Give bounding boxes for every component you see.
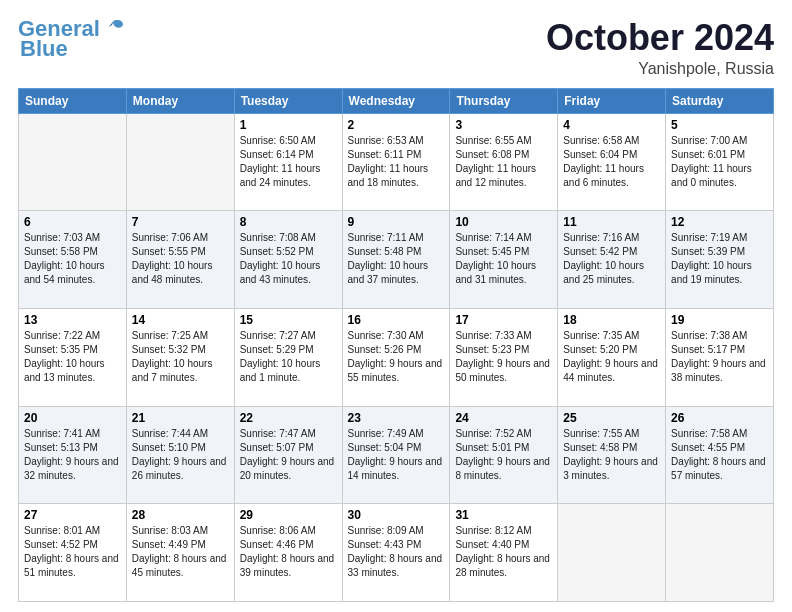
day-detail: Sunrise: 6:53 AM Sunset: 6:11 PM Dayligh… [348,134,445,190]
day-number: 12 [671,215,768,229]
calendar-cell: 10Sunrise: 7:14 AM Sunset: 5:45 PM Dayli… [450,211,558,309]
day-number: 4 [563,118,660,132]
day-detail: Sunrise: 7:44 AM Sunset: 5:10 PM Dayligh… [132,427,229,483]
month-title: October 2024 [546,18,774,58]
calendar-cell: 20Sunrise: 7:41 AM Sunset: 5:13 PM Dayli… [19,406,127,504]
day-detail: Sunrise: 8:01 AM Sunset: 4:52 PM Dayligh… [24,524,121,580]
day-detail: Sunrise: 7:11 AM Sunset: 5:48 PM Dayligh… [348,231,445,287]
day-number: 10 [455,215,552,229]
calendar-cell: 12Sunrise: 7:19 AM Sunset: 5:39 PM Dayli… [666,211,774,309]
calendar-cell [19,113,127,211]
calendar-cell: 18Sunrise: 7:35 AM Sunset: 5:20 PM Dayli… [558,308,666,406]
weekday-header-saturday: Saturday [666,88,774,113]
calendar-cell: 27Sunrise: 8:01 AM Sunset: 4:52 PM Dayli… [19,504,127,602]
day-number: 18 [563,313,660,327]
calendar-cell: 5Sunrise: 7:00 AM Sunset: 6:01 PM Daylig… [666,113,774,211]
day-number: 11 [563,215,660,229]
day-number: 26 [671,411,768,425]
day-detail: Sunrise: 6:58 AM Sunset: 6:04 PM Dayligh… [563,134,660,190]
calendar-cell: 25Sunrise: 7:55 AM Sunset: 4:58 PM Dayli… [558,406,666,504]
calendar-cell: 23Sunrise: 7:49 AM Sunset: 5:04 PM Dayli… [342,406,450,504]
calendar-cell: 14Sunrise: 7:25 AM Sunset: 5:32 PM Dayli… [126,308,234,406]
calendar-cell: 28Sunrise: 8:03 AM Sunset: 4:49 PM Dayli… [126,504,234,602]
day-detail: Sunrise: 7:49 AM Sunset: 5:04 PM Dayligh… [348,427,445,483]
calendar-cell: 1Sunrise: 6:50 AM Sunset: 6:14 PM Daylig… [234,113,342,211]
day-number: 15 [240,313,337,327]
day-detail: Sunrise: 7:06 AM Sunset: 5:55 PM Dayligh… [132,231,229,287]
day-detail: Sunrise: 7:58 AM Sunset: 4:55 PM Dayligh… [671,427,768,483]
calendar-cell: 9Sunrise: 7:11 AM Sunset: 5:48 PM Daylig… [342,211,450,309]
day-number: 8 [240,215,337,229]
calendar-week-row: 27Sunrise: 8:01 AM Sunset: 4:52 PM Dayli… [19,504,774,602]
calendar-cell: 22Sunrise: 7:47 AM Sunset: 5:07 PM Dayli… [234,406,342,504]
calendar-cell: 2Sunrise: 6:53 AM Sunset: 6:11 PM Daylig… [342,113,450,211]
day-number: 13 [24,313,121,327]
day-number: 25 [563,411,660,425]
title-block: October 2024 Yanishpole, Russia [546,18,774,78]
day-detail: Sunrise: 7:22 AM Sunset: 5:35 PM Dayligh… [24,329,121,385]
day-number: 6 [24,215,121,229]
day-number: 5 [671,118,768,132]
day-detail: Sunrise: 7:52 AM Sunset: 5:01 PM Dayligh… [455,427,552,483]
calendar-cell: 16Sunrise: 7:30 AM Sunset: 5:26 PM Dayli… [342,308,450,406]
calendar-cell: 26Sunrise: 7:58 AM Sunset: 4:55 PM Dayli… [666,406,774,504]
calendar-cell: 17Sunrise: 7:33 AM Sunset: 5:23 PM Dayli… [450,308,558,406]
day-detail: Sunrise: 8:03 AM Sunset: 4:49 PM Dayligh… [132,524,229,580]
day-number: 24 [455,411,552,425]
day-detail: Sunrise: 8:06 AM Sunset: 4:46 PM Dayligh… [240,524,337,580]
day-number: 29 [240,508,337,522]
day-detail: Sunrise: 6:55 AM Sunset: 6:08 PM Dayligh… [455,134,552,190]
calendar-week-row: 20Sunrise: 7:41 AM Sunset: 5:13 PM Dayli… [19,406,774,504]
calendar-page: General Blue October 2024 Yanishpole, Ru… [0,0,792,612]
calendar-week-row: 13Sunrise: 7:22 AM Sunset: 5:35 PM Dayli… [19,308,774,406]
page-header: General Blue October 2024 Yanishpole, Ru… [18,18,774,78]
calendar-week-row: 1Sunrise: 6:50 AM Sunset: 6:14 PM Daylig… [19,113,774,211]
weekday-header-wednesday: Wednesday [342,88,450,113]
day-detail: Sunrise: 7:25 AM Sunset: 5:32 PM Dayligh… [132,329,229,385]
calendar-cell: 13Sunrise: 7:22 AM Sunset: 5:35 PM Dayli… [19,308,127,406]
day-number: 9 [348,215,445,229]
day-number: 22 [240,411,337,425]
day-detail: Sunrise: 7:33 AM Sunset: 5:23 PM Dayligh… [455,329,552,385]
calendar-cell: 31Sunrise: 8:12 AM Sunset: 4:40 PM Dayli… [450,504,558,602]
calendar-cell: 29Sunrise: 8:06 AM Sunset: 4:46 PM Dayli… [234,504,342,602]
day-number: 1 [240,118,337,132]
calendar-table: SundayMondayTuesdayWednesdayThursdayFrid… [18,88,774,602]
calendar-cell: 24Sunrise: 7:52 AM Sunset: 5:01 PM Dayli… [450,406,558,504]
weekday-header-row: SundayMondayTuesdayWednesdayThursdayFrid… [19,88,774,113]
day-detail: Sunrise: 7:27 AM Sunset: 5:29 PM Dayligh… [240,329,337,385]
day-detail: Sunrise: 7:38 AM Sunset: 5:17 PM Dayligh… [671,329,768,385]
calendar-cell [666,504,774,602]
day-number: 31 [455,508,552,522]
calendar-cell: 19Sunrise: 7:38 AM Sunset: 5:17 PM Dayli… [666,308,774,406]
day-number: 27 [24,508,121,522]
day-number: 21 [132,411,229,425]
day-detail: Sunrise: 7:03 AM Sunset: 5:58 PM Dayligh… [24,231,121,287]
day-number: 3 [455,118,552,132]
day-number: 30 [348,508,445,522]
day-number: 14 [132,313,229,327]
day-number: 20 [24,411,121,425]
day-detail: Sunrise: 7:47 AM Sunset: 5:07 PM Dayligh… [240,427,337,483]
calendar-cell [558,504,666,602]
location: Yanishpole, Russia [546,60,774,78]
day-detail: Sunrise: 8:09 AM Sunset: 4:43 PM Dayligh… [348,524,445,580]
calendar-cell: 4Sunrise: 6:58 AM Sunset: 6:04 PM Daylig… [558,113,666,211]
calendar-cell: 6Sunrise: 7:03 AM Sunset: 5:58 PM Daylig… [19,211,127,309]
day-detail: Sunrise: 7:00 AM Sunset: 6:01 PM Dayligh… [671,134,768,190]
day-number: 28 [132,508,229,522]
day-detail: Sunrise: 7:16 AM Sunset: 5:42 PM Dayligh… [563,231,660,287]
weekday-header-monday: Monday [126,88,234,113]
calendar-cell: 30Sunrise: 8:09 AM Sunset: 4:43 PM Dayli… [342,504,450,602]
calendar-cell: 7Sunrise: 7:06 AM Sunset: 5:55 PM Daylig… [126,211,234,309]
logo-bird-icon [102,16,124,38]
weekday-header-sunday: Sunday [19,88,127,113]
weekday-header-friday: Friday [558,88,666,113]
calendar-cell: 3Sunrise: 6:55 AM Sunset: 6:08 PM Daylig… [450,113,558,211]
day-number: 19 [671,313,768,327]
day-number: 7 [132,215,229,229]
day-number: 17 [455,313,552,327]
day-detail: Sunrise: 7:41 AM Sunset: 5:13 PM Dayligh… [24,427,121,483]
day-detail: Sunrise: 8:12 AM Sunset: 4:40 PM Dayligh… [455,524,552,580]
day-detail: Sunrise: 7:30 AM Sunset: 5:26 PM Dayligh… [348,329,445,385]
